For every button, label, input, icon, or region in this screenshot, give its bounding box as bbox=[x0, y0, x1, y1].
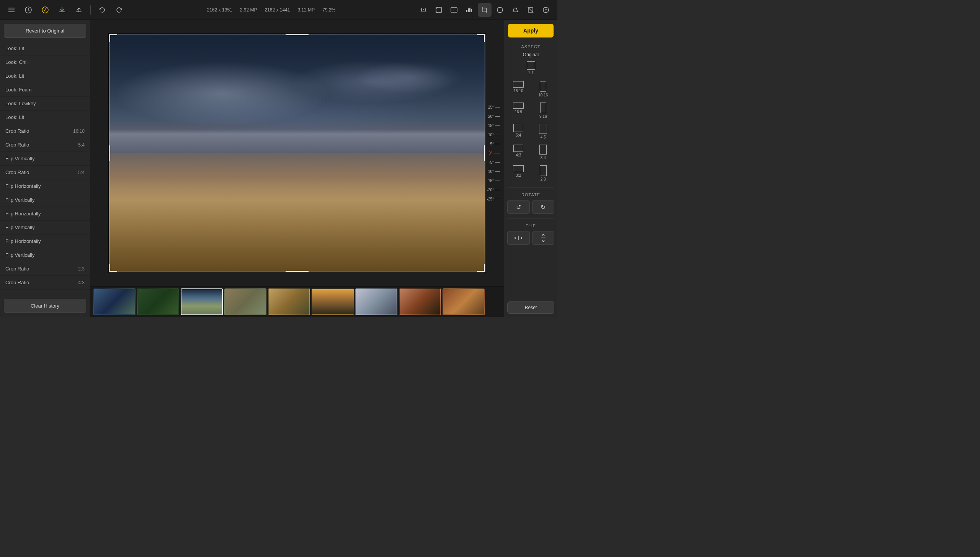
aspect-icon-1-1 bbox=[527, 61, 535, 70]
info-button[interactable]: i bbox=[447, 3, 461, 17]
history-item[interactable]: Flip Vertically bbox=[0, 193, 90, 207]
canvas-wrapper[interactable]: 25°20°15°10°5°0°-5°-10°-15°-20°-25° bbox=[90, 20, 504, 286]
redo-button[interactable] bbox=[112, 3, 126, 17]
aspect-icon bbox=[540, 103, 546, 113]
history-item[interactable]: Flip Horizontally bbox=[0, 235, 90, 248]
aspect-item-16-10[interactable]: 16:10 bbox=[507, 80, 530, 99]
svg-rect-13 bbox=[471, 9, 472, 12]
redo-history-button[interactable] bbox=[38, 3, 52, 17]
no-crop-button[interactable] bbox=[524, 3, 537, 17]
flip-vert-icon bbox=[540, 234, 546, 242]
circle-button[interactable] bbox=[493, 3, 507, 17]
thumbnail-2[interactable] bbox=[137, 288, 179, 315]
history-item-label: Flip Horizontally bbox=[5, 183, 41, 189]
history-item[interactable]: Flip Vertically bbox=[0, 248, 90, 262]
svg-rect-12 bbox=[469, 8, 470, 12]
history-item-badge: 16:10 bbox=[73, 129, 85, 134]
menu-button[interactable] bbox=[5, 3, 18, 17]
aspect-item-5-4[interactable]: 5:4 bbox=[507, 122, 530, 141]
aspect-icon bbox=[513, 81, 524, 88]
apply-button[interactable]: Apply bbox=[508, 24, 554, 37]
history-button[interactable] bbox=[21, 3, 35, 17]
rotate-divider bbox=[507, 187, 554, 188]
aspect-label: 16:10 bbox=[514, 89, 523, 93]
svg-rect-6 bbox=[76, 11, 82, 12]
right-sidebar: Apply ASPECT Original 1:1 16:1010:1616:9… bbox=[504, 20, 557, 317]
history-item[interactable]: Look: Lit bbox=[0, 42, 90, 55]
history-item[interactable]: Crop Ratio5:4 bbox=[0, 166, 90, 179]
perspective-button[interactable] bbox=[508, 3, 522, 17]
thumbnail-7[interactable] bbox=[355, 288, 397, 315]
crop-handle-tr[interactable] bbox=[477, 34, 485, 42]
history-item[interactable]: Look: Lit bbox=[0, 69, 90, 83]
ruler-line bbox=[494, 153, 500, 153]
main-image bbox=[109, 34, 485, 272]
download-button[interactable] bbox=[55, 3, 69, 17]
svg-line-15 bbox=[528, 7, 533, 13]
crop-handle-bl[interactable] bbox=[109, 264, 117, 272]
flip-label: FLIP bbox=[504, 220, 557, 230]
svg-rect-5 bbox=[59, 11, 65, 12]
thumbnail-6[interactable] bbox=[312, 288, 354, 315]
history-item-label: Crop Ratio bbox=[5, 142, 29, 148]
history-item[interactable]: Look: Foam bbox=[0, 83, 90, 97]
history-item[interactable]: Crop Ratio2:3 bbox=[0, 262, 90, 276]
crop-button[interactable] bbox=[478, 3, 492, 17]
crop-line-bottom bbox=[286, 271, 309, 272]
help-button[interactable]: ? bbox=[539, 3, 553, 17]
svg-point-14 bbox=[497, 7, 503, 13]
history-item[interactable]: Look: Lowkey bbox=[0, 97, 90, 111]
reset-button[interactable]: Reset bbox=[507, 301, 554, 314]
thumbnail-1[interactable] bbox=[93, 288, 136, 315]
aspect-icon bbox=[513, 145, 523, 152]
history-item[interactable]: Flip Horizontally bbox=[0, 179, 90, 193]
flip-vert-button[interactable] bbox=[532, 231, 555, 245]
clear-history-button[interactable]: Clear History bbox=[4, 299, 86, 313]
history-item-label: Crop Ratio bbox=[5, 128, 29, 134]
image-container[interactable] bbox=[109, 34, 485, 272]
thumbnail-strip bbox=[90, 286, 504, 317]
thumbnail-8[interactable] bbox=[399, 288, 441, 315]
rotate-cw-button[interactable]: ↻ bbox=[532, 200, 555, 214]
history-item-label: Flip Horizontally bbox=[5, 238, 41, 244]
flip-divider bbox=[507, 218, 554, 219]
revert-button[interactable]: Revert to Original bbox=[4, 24, 86, 38]
ruler-line bbox=[495, 190, 500, 190]
share-button[interactable] bbox=[72, 3, 86, 17]
history-item[interactable]: Flip Vertically bbox=[0, 221, 90, 235]
aspect-item-4-5[interactable]: 4:5 bbox=[532, 122, 555, 141]
history-item[interactable]: Look: Chill bbox=[0, 55, 90, 69]
thumbnail-5[interactable] bbox=[268, 288, 310, 315]
canvas-area: 25°20°15°10°5°0°-5°-10°-15°-20°-25° bbox=[90, 20, 504, 317]
aspect-icon bbox=[540, 165, 547, 176]
crop-handle-tl[interactable] bbox=[109, 34, 117, 42]
history-item[interactable]: Crop Ratio4:3 bbox=[0, 276, 90, 290]
aspect-item-16-9[interactable]: 16:9 bbox=[507, 101, 530, 120]
aspect-item-10-16[interactable]: 10:16 bbox=[532, 80, 555, 99]
svg-text:?: ? bbox=[545, 8, 547, 12]
histogram-button[interactable] bbox=[462, 3, 476, 17]
aspect-label-1-1: 1:1 bbox=[528, 71, 534, 75]
thumbnail-3[interactable] bbox=[181, 288, 223, 315]
aspect-item-2-3[interactable]: 2:3 bbox=[532, 164, 555, 183]
aspect-1-1[interactable]: 1:1 bbox=[525, 60, 537, 77]
aspect-item-3-4[interactable]: 3:4 bbox=[532, 143, 555, 161]
undo-button[interactable] bbox=[95, 3, 109, 17]
flip-horiz-button[interactable] bbox=[507, 231, 530, 245]
crop-handle-br[interactable] bbox=[477, 264, 485, 272]
zoom-1to1-button[interactable]: 1:1 bbox=[416, 3, 430, 17]
rotate-ccw-button[interactable]: ↺ bbox=[507, 200, 530, 214]
aspect-item-4-3[interactable]: 4:3 bbox=[507, 143, 530, 161]
history-item[interactable]: Crop Ratio5:4 bbox=[0, 138, 90, 152]
fit-button[interactable] bbox=[432, 3, 446, 17]
thumbnail-4[interactable] bbox=[224, 288, 266, 315]
history-item[interactable]: Flip Vertically bbox=[0, 152, 90, 166]
thumbnail-9[interactable] bbox=[443, 288, 485, 315]
history-item[interactable]: Look: Lit bbox=[0, 111, 90, 124]
history-item[interactable]: Flip Horizontally bbox=[0, 207, 90, 221]
history-item[interactable]: Crop Ratio16:10 bbox=[0, 124, 90, 138]
aspect-item-3-2[interactable]: 3:2 bbox=[507, 164, 530, 183]
history-item-label: Look: Lowkey bbox=[5, 101, 36, 106]
aspect-label: 10:16 bbox=[538, 93, 548, 97]
aspect-item-9-16[interactable]: 9:16 bbox=[532, 101, 555, 120]
